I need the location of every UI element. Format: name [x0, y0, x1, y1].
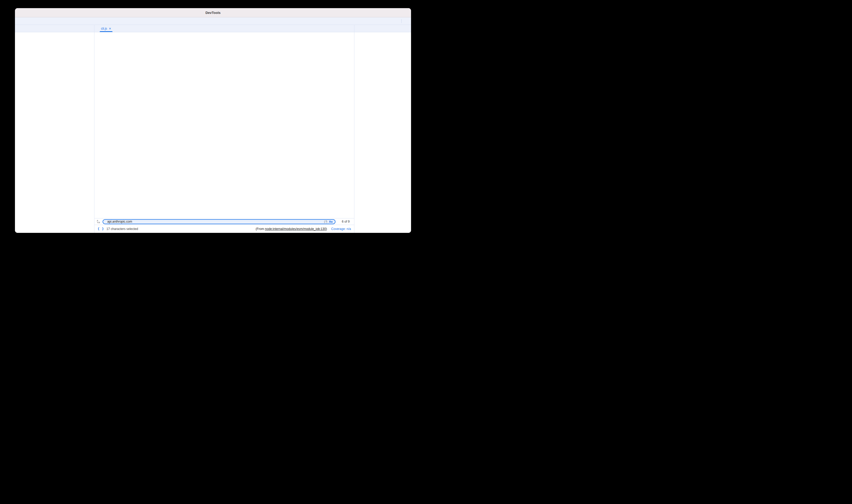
debugger-toolbar — [354, 25, 411, 32]
tab-cli-js[interactable]: cli.js × — [99, 25, 113, 32]
navigator-tabbar — [15, 25, 94, 32]
search-bar: A↳B api.anthropic.com (.*) Aa 6 of 9 — [94, 218, 354, 225]
minimize-window-button[interactable] — [25, 11, 29, 14]
close-window-button[interactable] — [20, 11, 23, 14]
close-tab-icon[interactable]: × — [109, 27, 111, 31]
toolbar-divider — [401, 19, 402, 23]
window-title: DevTools — [15, 11, 411, 15]
content-area: A↳B api.anthropic.com (.*) Aa 6 of 9 { } — [15, 32, 411, 233]
devtools-window: DevTools cli.js × — [15, 8, 411, 233]
module-job-link[interactable]: node:internal/modules/esm/module_job:130 — [265, 227, 326, 231]
status-bar: { } 17 characters selected (From node:in… — [94, 225, 354, 233]
desktop-background: DevTools cli.js × — [0, 0, 426, 252]
traffic-lights — [20, 8, 34, 17]
selection-status: 17 characters selected — [107, 227, 138, 231]
main-tabbar — [15, 17, 411, 25]
titlebar: DevTools — [15, 8, 411, 17]
search-query[interactable]: api.anthropic.com — [107, 220, 321, 223]
source-origin-note: (From node:internal/modules/esm/module_j… — [255, 227, 327, 231]
secondary-toolbar-row: cli.js × — [15, 25, 411, 32]
hide-navigator-icon[interactable] — [96, 25, 99, 32]
show-debugger-panel-icon[interactable] — [351, 25, 354, 32]
zoom-window-button[interactable] — [31, 11, 34, 14]
debugger-pane — [354, 32, 411, 233]
file-tab-label: cli.js — [101, 27, 107, 31]
search-input[interactable]: api.anthropic.com (.*) Aa — [103, 219, 336, 224]
regex-toggle[interactable]: (.*) — [324, 220, 327, 223]
find-mode-icon[interactable]: A↳B — [97, 220, 101, 223]
coverage-link[interactable]: Coverage: n/a — [331, 227, 351, 231]
tabbar-right-controls — [401, 17, 411, 25]
editor-column: A↳B api.anthropic.com (.*) Aa 6 of 9 { } — [94, 32, 354, 233]
match-count: 6 of 9 — [342, 220, 350, 223]
pretty-print-toggle[interactable]: { } — [97, 227, 104, 231]
match-case-toggle[interactable]: Aa — [329, 220, 333, 223]
code-editor[interactable] — [94, 32, 354, 218]
editor-tabstrip: cli.js × — [94, 25, 354, 32]
navigator-pane — [15, 32, 94, 233]
